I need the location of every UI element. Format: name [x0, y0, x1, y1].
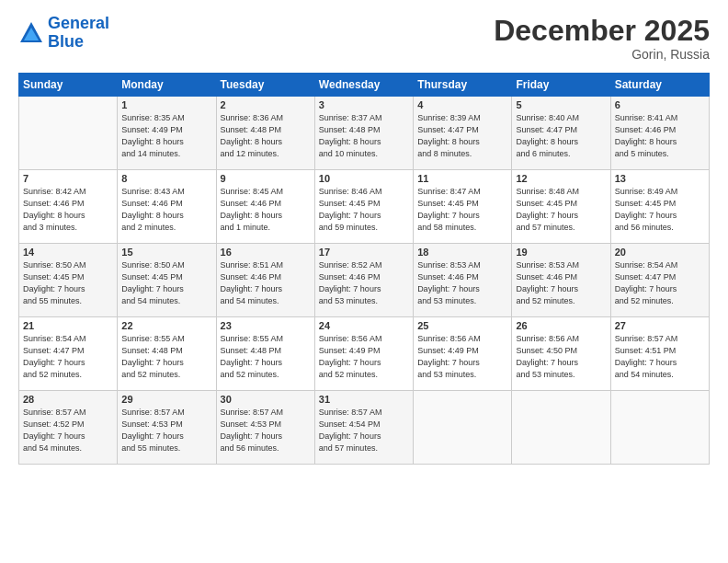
calendar-cell: 16Sunrise: 8:51 AM Sunset: 4:46 PM Dayli…: [216, 244, 314, 317]
day-number: 21: [23, 320, 113, 331]
cell-content: Sunrise: 8:57 AM Sunset: 4:53 PM Dayligh…: [121, 407, 211, 454]
day-number: 16: [221, 247, 311, 258]
day-number: 24: [319, 320, 409, 331]
day-number: 1: [121, 99, 211, 110]
calendar-cell: [512, 391, 610, 465]
weekday-header-monday: Monday: [118, 74, 216, 97]
cell-content: Sunrise: 8:57 AM Sunset: 4:54 PM Dayligh…: [319, 407, 409, 454]
day-number: 9: [221, 173, 311, 184]
calendar-cell: 7Sunrise: 8:42 AM Sunset: 4:46 PM Daylig…: [19, 170, 118, 244]
calendar-cell: [19, 97, 118, 170]
calendar-cell: 3Sunrise: 8:37 AM Sunset: 4:48 PM Daylig…: [314, 97, 413, 170]
logo-line2: Blue: [48, 32, 84, 51]
day-number: 7: [23, 173, 113, 184]
cell-content: Sunrise: 8:50 AM Sunset: 4:45 PM Dayligh…: [23, 259, 113, 307]
cell-content: Sunrise: 8:45 AM Sunset: 4:46 PM Dayligh…: [221, 186, 311, 234]
calendar-cell: 24Sunrise: 8:56 AM Sunset: 4:49 PM Dayli…: [314, 317, 413, 391]
cell-content: Sunrise: 8:53 AM Sunset: 4:46 PM Dayligh…: [417, 259, 507, 307]
calendar-cell: 6Sunrise: 8:41 AM Sunset: 4:46 PM Daylig…: [610, 97, 709, 170]
calendar-cell: 29Sunrise: 8:57 AM Sunset: 4:53 PM Dayli…: [118, 391, 216, 465]
weekday-header-thursday: Thursday: [414, 74, 512, 97]
calendar-cell: [414, 391, 512, 465]
cell-content: Sunrise: 8:41 AM Sunset: 4:46 PM Dayligh…: [615, 112, 705, 160]
calendar-cell: 20Sunrise: 8:54 AM Sunset: 4:47 PM Dayli…: [610, 244, 709, 317]
weekday-header-wednesday: Wednesday: [314, 74, 413, 97]
logo-line1: General: [48, 14, 109, 32]
location: Gorin, Russia: [494, 47, 710, 62]
calendar-cell: 21Sunrise: 8:54 AM Sunset: 4:47 PM Dayli…: [19, 317, 118, 391]
calendar-cell: 15Sunrise: 8:50 AM Sunset: 4:45 PM Dayli…: [118, 244, 216, 317]
calendar-cell: 1Sunrise: 8:35 AM Sunset: 4:49 PM Daylig…: [118, 97, 216, 170]
calendar-cell: 5Sunrise: 8:40 AM Sunset: 4:47 PM Daylig…: [512, 97, 610, 170]
calendar-cell: 25Sunrise: 8:56 AM Sunset: 4:49 PM Dayli…: [414, 317, 512, 391]
calendar-cell: 12Sunrise: 8:48 AM Sunset: 4:45 PM Dayli…: [512, 170, 610, 244]
calendar-cell: 2Sunrise: 8:36 AM Sunset: 4:48 PM Daylig…: [216, 97, 314, 170]
cell-content: Sunrise: 8:57 AM Sunset: 4:51 PM Dayligh…: [615, 333, 705, 381]
day-number: 6: [615, 99, 705, 110]
cell-content: Sunrise: 8:49 AM Sunset: 4:45 PM Dayligh…: [615, 186, 705, 234]
day-number: 8: [121, 173, 211, 184]
month-title: December 2025: [494, 15, 710, 47]
cell-content: Sunrise: 8:50 AM Sunset: 4:45 PM Dayligh…: [121, 259, 211, 307]
cell-content: Sunrise: 8:56 AM Sunset: 4:49 PM Dayligh…: [319, 333, 409, 381]
calendar-cell: 23Sunrise: 8:55 AM Sunset: 4:48 PM Dayli…: [216, 317, 314, 391]
cell-content: Sunrise: 8:52 AM Sunset: 4:46 PM Dayligh…: [319, 259, 409, 307]
day-number: 13: [615, 173, 705, 184]
day-number: 28: [23, 394, 113, 405]
calendar-cell: 30Sunrise: 8:57 AM Sunset: 4:53 PM Dayli…: [216, 391, 314, 465]
cell-content: Sunrise: 8:47 AM Sunset: 4:45 PM Dayligh…: [417, 186, 507, 234]
calendar-cell: 28Sunrise: 8:57 AM Sunset: 4:52 PM Dayli…: [19, 391, 118, 465]
calendar-cell: 22Sunrise: 8:55 AM Sunset: 4:48 PM Dayli…: [118, 317, 216, 391]
cell-content: Sunrise: 8:54 AM Sunset: 4:47 PM Dayligh…: [23, 333, 113, 381]
day-number: 20: [615, 247, 705, 258]
page: General Blue December 2025 Gorin, Russia…: [0, 0, 728, 474]
day-number: 5: [516, 99, 606, 110]
day-number: 30: [221, 394, 311, 405]
week-row-1: 7Sunrise: 8:42 AM Sunset: 4:46 PM Daylig…: [19, 170, 710, 244]
calendar-cell: 19Sunrise: 8:53 AM Sunset: 4:46 PM Dayli…: [512, 244, 610, 317]
day-number: 12: [516, 173, 606, 184]
title-block: December 2025 Gorin, Russia: [494, 15, 710, 62]
cell-content: Sunrise: 8:51 AM Sunset: 4:46 PM Dayligh…: [221, 259, 311, 307]
cell-content: Sunrise: 8:55 AM Sunset: 4:48 PM Dayligh…: [121, 333, 211, 381]
cell-content: Sunrise: 8:56 AM Sunset: 4:49 PM Dayligh…: [417, 333, 507, 381]
calendar-cell: 4Sunrise: 8:39 AM Sunset: 4:47 PM Daylig…: [414, 97, 512, 170]
week-row-0: 1Sunrise: 8:35 AM Sunset: 4:49 PM Daylig…: [19, 97, 710, 170]
calendar-cell: 27Sunrise: 8:57 AM Sunset: 4:51 PM Dayli…: [610, 317, 709, 391]
day-number: 19: [516, 247, 606, 258]
cell-content: Sunrise: 8:57 AM Sunset: 4:52 PM Dayligh…: [23, 407, 113, 454]
cell-content: Sunrise: 8:43 AM Sunset: 4:46 PM Dayligh…: [121, 186, 211, 234]
day-number: 10: [319, 173, 409, 184]
calendar-cell: 17Sunrise: 8:52 AM Sunset: 4:46 PM Dayli…: [314, 244, 413, 317]
day-number: 3: [319, 99, 409, 110]
logo-icon: [18, 20, 44, 46]
day-number: 26: [516, 320, 606, 331]
calendar-cell: [610, 391, 709, 465]
day-number: 22: [121, 320, 211, 331]
weekday-header-friday: Friday: [512, 74, 610, 97]
calendar-cell: 10Sunrise: 8:46 AM Sunset: 4:45 PM Dayli…: [314, 170, 413, 244]
calendar-cell: 31Sunrise: 8:57 AM Sunset: 4:54 PM Dayli…: [314, 391, 413, 465]
cell-content: Sunrise: 8:36 AM Sunset: 4:48 PM Dayligh…: [221, 112, 311, 160]
calendar-table: SundayMondayTuesdayWednesdayThursdayFrid…: [18, 73, 710, 465]
day-number: 18: [417, 247, 507, 258]
day-number: 27: [615, 320, 705, 331]
calendar-cell: 14Sunrise: 8:50 AM Sunset: 4:45 PM Dayli…: [19, 244, 118, 317]
day-number: 29: [121, 394, 211, 405]
day-number: 15: [121, 247, 211, 258]
cell-content: Sunrise: 8:55 AM Sunset: 4:48 PM Dayligh…: [221, 333, 311, 381]
cell-content: Sunrise: 8:53 AM Sunset: 4:46 PM Dayligh…: [516, 259, 606, 307]
calendar-cell: 18Sunrise: 8:53 AM Sunset: 4:46 PM Dayli…: [414, 244, 512, 317]
day-number: 2: [221, 99, 311, 110]
cell-content: Sunrise: 8:57 AM Sunset: 4:53 PM Dayligh…: [221, 407, 311, 454]
day-number: 31: [319, 394, 409, 405]
cell-content: Sunrise: 8:35 AM Sunset: 4:49 PM Dayligh…: [121, 112, 211, 160]
week-row-2: 14Sunrise: 8:50 AM Sunset: 4:45 PM Dayli…: [19, 244, 710, 317]
cell-content: Sunrise: 8:46 AM Sunset: 4:45 PM Dayligh…: [319, 186, 409, 234]
weekday-header-sunday: Sunday: [19, 74, 118, 97]
day-number: 11: [417, 173, 507, 184]
cell-content: Sunrise: 8:42 AM Sunset: 4:46 PM Dayligh…: [23, 186, 113, 234]
logo-text: General Blue: [48, 15, 109, 52]
calendar-cell: 8Sunrise: 8:43 AM Sunset: 4:46 PM Daylig…: [118, 170, 216, 244]
week-row-3: 21Sunrise: 8:54 AM Sunset: 4:47 PM Dayli…: [19, 317, 710, 391]
